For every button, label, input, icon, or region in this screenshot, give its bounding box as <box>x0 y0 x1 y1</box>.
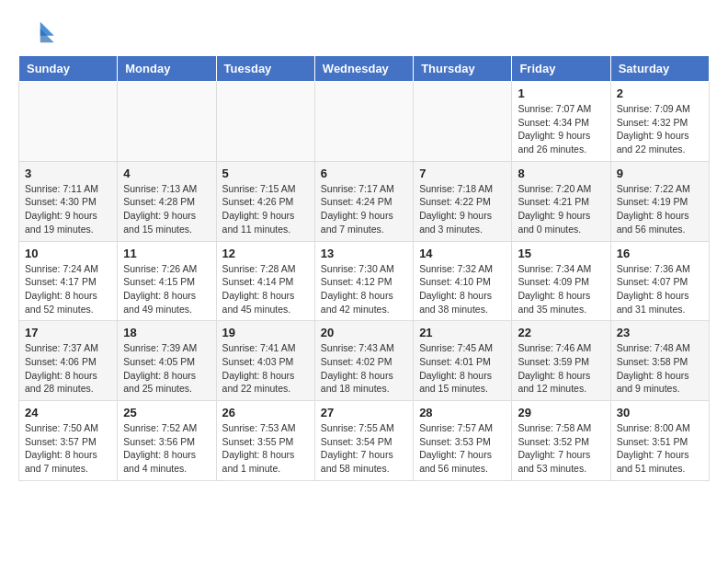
calendar-cell: 28Sunrise: 7:57 AM Sunset: 3:53 PM Dayli… <box>414 401 512 481</box>
calendar-cell: 6Sunrise: 7:17 AM Sunset: 4:24 PM Daylig… <box>314 161 413 241</box>
calendar-cell <box>118 82 216 162</box>
logo-icon <box>18 18 55 46</box>
weekday-header: Tuesday <box>216 56 314 82</box>
day-info: Sunrise: 7:53 AM Sunset: 3:55 PM Dayligh… <box>222 421 309 476</box>
calendar-cell: 29Sunrise: 7:58 AM Sunset: 3:52 PM Dayli… <box>512 401 610 481</box>
day-number: 22 <box>518 326 604 339</box>
day-info: Sunrise: 7:13 AM Sunset: 4:28 PM Dayligh… <box>123 182 210 236</box>
day-number: 28 <box>419 406 506 419</box>
day-number: 21 <box>419 326 506 339</box>
calendar-cell: 13Sunrise: 7:30 AM Sunset: 4:12 PM Dayli… <box>314 241 413 321</box>
day-info: Sunrise: 7:15 AM Sunset: 4:26 PM Dayligh… <box>222 182 309 236</box>
day-number: 17 <box>25 326 111 339</box>
calendar-week-row: 3Sunrise: 7:11 AM Sunset: 4:30 PM Daylig… <box>19 161 710 241</box>
day-info: Sunrise: 7:09 AM Sunset: 4:32 PM Dayligh… <box>617 102 703 156</box>
day-info: Sunrise: 7:37 AM Sunset: 4:06 PM Dayligh… <box>25 341 111 396</box>
day-info: Sunrise: 7:32 AM Sunset: 4:10 PM Dayligh… <box>419 262 506 316</box>
calendar-cell <box>414 82 512 162</box>
calendar-cell: 30Sunrise: 8:00 AM Sunset: 3:51 PM Dayli… <box>610 401 709 481</box>
calendar-cell: 24Sunrise: 7:50 AM Sunset: 3:57 PM Dayli… <box>19 401 118 481</box>
day-number: 18 <box>123 326 210 339</box>
day-number: 26 <box>222 406 309 419</box>
day-info: Sunrise: 7:17 AM Sunset: 4:24 PM Dayligh… <box>321 182 407 236</box>
calendar-cell: 18Sunrise: 7:39 AM Sunset: 4:05 PM Dayli… <box>118 321 216 401</box>
calendar-cell: 14Sunrise: 7:32 AM Sunset: 4:10 PM Dayli… <box>414 241 512 321</box>
calendar-cell: 27Sunrise: 7:55 AM Sunset: 3:54 PM Dayli… <box>314 401 413 481</box>
day-info: Sunrise: 7:52 AM Sunset: 3:56 PM Dayligh… <box>123 421 210 476</box>
weekday-header: Wednesday <box>314 56 413 82</box>
day-number: 2 <box>617 86 703 100</box>
day-number: 12 <box>222 247 309 260</box>
weekday-header: Sunday <box>19 56 118 82</box>
calendar-cell: 12Sunrise: 7:28 AM Sunset: 4:14 PM Dayli… <box>216 241 314 321</box>
day-number: 4 <box>123 167 210 180</box>
calendar-cell: 16Sunrise: 7:36 AM Sunset: 4:07 PM Dayli… <box>610 241 709 321</box>
day-number: 20 <box>321 326 407 339</box>
weekday-header: Saturday <box>610 56 709 82</box>
day-info: Sunrise: 7:07 AM Sunset: 4:34 PM Dayligh… <box>518 102 604 156</box>
day-info: Sunrise: 7:11 AM Sunset: 4:30 PM Dayligh… <box>25 182 111 236</box>
logo <box>18 18 59 46</box>
calendar-cell: 25Sunrise: 7:52 AM Sunset: 3:56 PM Dayli… <box>118 401 216 481</box>
calendar-cell: 7Sunrise: 7:18 AM Sunset: 4:22 PM Daylig… <box>414 161 512 241</box>
calendar-week-row: 24Sunrise: 7:50 AM Sunset: 3:57 PM Dayli… <box>19 401 710 481</box>
day-number: 6 <box>321 167 407 180</box>
weekday-header: Monday <box>118 56 216 82</box>
day-number: 7 <box>419 167 506 180</box>
calendar-cell: 15Sunrise: 7:34 AM Sunset: 4:09 PM Dayli… <box>512 241 610 321</box>
day-info: Sunrise: 7:50 AM Sunset: 3:57 PM Dayligh… <box>25 421 111 476</box>
calendar-cell: 2Sunrise: 7:09 AM Sunset: 4:32 PM Daylig… <box>610 82 709 162</box>
day-number: 24 <box>25 406 111 419</box>
calendar-cell: 17Sunrise: 7:37 AM Sunset: 4:06 PM Dayli… <box>19 321 118 401</box>
calendar-cell: 26Sunrise: 7:53 AM Sunset: 3:55 PM Dayli… <box>216 401 314 481</box>
calendar-cell: 10Sunrise: 7:24 AM Sunset: 4:17 PM Dayli… <box>19 241 118 321</box>
day-info: Sunrise: 7:48 AM Sunset: 3:58 PM Dayligh… <box>617 341 703 396</box>
calendar-cell: 1Sunrise: 7:07 AM Sunset: 4:34 PM Daylig… <box>512 82 610 162</box>
calendar-cell: 21Sunrise: 7:45 AM Sunset: 4:01 PM Dayli… <box>414 321 512 401</box>
calendar-cell: 19Sunrise: 7:41 AM Sunset: 4:03 PM Dayli… <box>216 321 314 401</box>
calendar-cell <box>19 82 118 162</box>
day-number: 25 <box>123 406 210 419</box>
day-info: Sunrise: 7:41 AM Sunset: 4:03 PM Dayligh… <box>222 341 309 396</box>
day-number: 10 <box>25 247 111 260</box>
day-info: Sunrise: 7:36 AM Sunset: 4:07 PM Dayligh… <box>617 262 703 316</box>
day-number: 1 <box>518 86 604 100</box>
day-number: 13 <box>321 247 407 260</box>
day-number: 15 <box>518 247 604 260</box>
calendar-week-row: 1Sunrise: 7:07 AM Sunset: 4:34 PM Daylig… <box>19 82 710 162</box>
calendar-cell: 22Sunrise: 7:46 AM Sunset: 3:59 PM Dayli… <box>512 321 610 401</box>
calendar-cell: 20Sunrise: 7:43 AM Sunset: 4:02 PM Dayli… <box>314 321 413 401</box>
day-info: Sunrise: 7:39 AM Sunset: 4:05 PM Dayligh… <box>123 341 210 396</box>
day-info: Sunrise: 7:28 AM Sunset: 4:14 PM Dayligh… <box>222 262 309 316</box>
day-info: Sunrise: 7:58 AM Sunset: 3:52 PM Dayligh… <box>518 421 604 476</box>
day-info: Sunrise: 7:22 AM Sunset: 4:19 PM Dayligh… <box>617 182 703 236</box>
day-number: 9 <box>617 167 703 180</box>
calendar-week-row: 10Sunrise: 7:24 AM Sunset: 4:17 PM Dayli… <box>19 241 710 321</box>
page-header <box>18 18 710 46</box>
day-info: Sunrise: 7:43 AM Sunset: 4:02 PM Dayligh… <box>321 341 407 396</box>
day-number: 27 <box>321 406 407 419</box>
calendar-cell: 11Sunrise: 7:26 AM Sunset: 4:15 PM Dayli… <box>118 241 216 321</box>
day-info: Sunrise: 7:18 AM Sunset: 4:22 PM Dayligh… <box>419 182 506 236</box>
day-number: 3 <box>25 167 111 180</box>
day-info: Sunrise: 7:34 AM Sunset: 4:09 PM Dayligh… <box>518 262 604 316</box>
weekday-header: Thursday <box>414 56 512 82</box>
day-number: 29 <box>518 406 604 419</box>
day-number: 14 <box>419 247 506 260</box>
day-info: Sunrise: 7:45 AM Sunset: 4:01 PM Dayligh… <box>419 341 506 396</box>
calendar-cell: 5Sunrise: 7:15 AM Sunset: 4:26 PM Daylig… <box>216 161 314 241</box>
day-number: 19 <box>222 326 309 339</box>
weekday-header: Friday <box>512 56 610 82</box>
day-info: Sunrise: 7:24 AM Sunset: 4:17 PM Dayligh… <box>25 262 111 316</box>
calendar-cell: 3Sunrise: 7:11 AM Sunset: 4:30 PM Daylig… <box>19 161 118 241</box>
day-number: 23 <box>617 326 703 339</box>
day-info: Sunrise: 7:26 AM Sunset: 4:15 PM Dayligh… <box>123 262 210 316</box>
calendar-cell: 23Sunrise: 7:48 AM Sunset: 3:58 PM Dayli… <box>610 321 709 401</box>
day-info: Sunrise: 7:46 AM Sunset: 3:59 PM Dayligh… <box>518 341 604 396</box>
day-number: 30 <box>617 406 703 419</box>
day-info: Sunrise: 8:00 AM Sunset: 3:51 PM Dayligh… <box>617 421 703 476</box>
calendar-cell <box>314 82 413 162</box>
calendar-cell: 9Sunrise: 7:22 AM Sunset: 4:19 PM Daylig… <box>610 161 709 241</box>
day-number: 5 <box>222 167 309 180</box>
day-number: 8 <box>518 167 604 180</box>
